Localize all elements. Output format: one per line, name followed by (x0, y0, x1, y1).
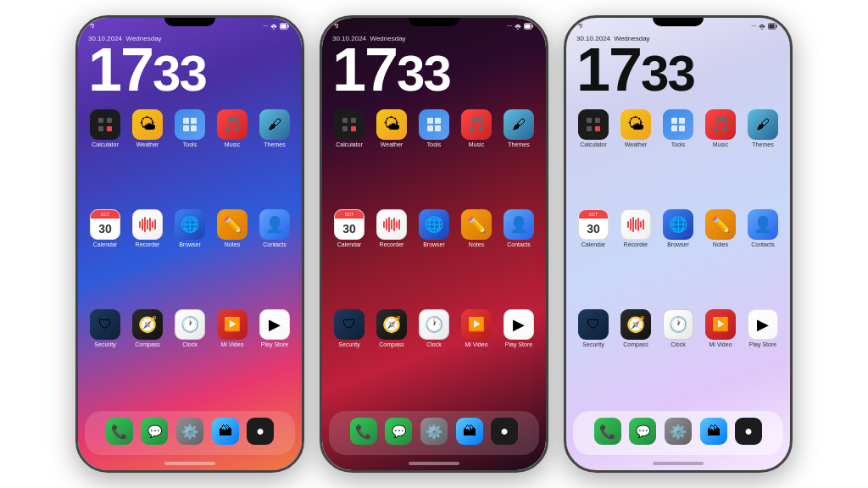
app-weather-3[interactable]: 🌤 Weather (617, 109, 654, 204)
app-recorder-3[interactable]: Recorder (617, 209, 654, 304)
app-tools-1[interactable]: Tools (171, 109, 209, 204)
app-themes-1[interactable]: 🖌 Themes (256, 109, 293, 204)
app-browser-2[interactable]: 🌐 Browser (415, 209, 453, 304)
dock-gallery-2[interactable]: 🏔 (456, 418, 483, 445)
dock-messages-1[interactable]: 💬 (141, 418, 168, 445)
phone2-dock: 📞 💬 ⚙️ 🏔 ● (329, 411, 539, 455)
phone1-right-status: ⋅⋅⋅ (263, 23, 290, 30)
app-themes-2[interactable]: 🖌 Themes (500, 109, 537, 204)
svg-rect-35 (679, 125, 685, 131)
svg-rect-17 (351, 118, 356, 123)
svg-rect-15 (525, 25, 530, 29)
app-mivideo-3[interactable]: ▶️ Mi Video (702, 309, 739, 404)
app-contacts-1[interactable]: 👤 Contacts (256, 209, 293, 304)
svg-rect-16 (342, 118, 348, 123)
phone3-notch (653, 18, 704, 26)
phone-1: ⅋ ⋅⋅⋅ 30.10.2024 Wednesday 1733 (75, 15, 304, 473)
svg-rect-32 (671, 118, 677, 124)
phone1-screen: ⅋ ⋅⋅⋅ 30.10.2024 Wednesday 1733 (78, 18, 302, 470)
app-playstore-1[interactable]: ▶ Play Store (256, 309, 293, 404)
svg-rect-31 (595, 126, 600, 131)
phone3-left-status: ⅋ (578, 23, 582, 30)
app-playstore-3[interactable]: ▶ Play Store (744, 309, 782, 404)
phone3-status-bar: ⅋ ⋅⋅⋅ (566, 18, 790, 31)
app-tools-3[interactable]: Tools (659, 109, 697, 204)
app-mivideo-2[interactable]: ▶️ Mi Video (458, 309, 495, 404)
app-mivideo-1[interactable]: ▶️ Mi Video (214, 309, 251, 404)
svg-rect-20 (427, 118, 433, 124)
dock-gallery-1[interactable]: 🏔 (212, 418, 239, 445)
dock-messages-3[interactable]: 💬 (629, 418, 656, 445)
phone3-time: 1733 (576, 42, 780, 97)
dock-camera-1[interactable]: ● (247, 418, 274, 445)
app-browser-3[interactable]: 🌐 Browser (659, 209, 697, 304)
phone-2: ⅋ ⋅⋅⋅ 30.10.2024 Wednesday 1733 Calculat… (320, 15, 548, 473)
svg-rect-30 (587, 126, 592, 131)
app-calculator-1[interactable]: Calculator (86, 109, 124, 204)
phones-container: ⅋ ⋅⋅⋅ 30.10.2024 Wednesday 1733 (0, 0, 868, 488)
dock-settings-2[interactable]: ⚙️ (420, 418, 448, 445)
app-browser-1[interactable]: 🌐 Browser (171, 209, 209, 304)
svg-rect-26 (776, 25, 777, 27)
svg-rect-10 (183, 125, 189, 131)
dock-phone-2[interactable]: 📞 (350, 418, 377, 445)
app-notes-3[interactable]: ✏️ Notes (702, 209, 739, 304)
svg-rect-6 (98, 126, 103, 131)
dock-settings-3[interactable]: ⚙️ (665, 418, 692, 445)
app-notes-2[interactable]: ✏️ Notes (458, 209, 495, 304)
dock-camera-3[interactable]: ● (735, 418, 762, 445)
app-music-1[interactable]: 🎵 Music (214, 109, 251, 204)
dock-camera-2[interactable]: ● (491, 418, 518, 445)
app-tools-2[interactable]: Tools (415, 109, 453, 204)
app-recorder-2[interactable]: Recorder (373, 209, 410, 304)
app-security-2[interactable]: 🛡 Security (331, 309, 368, 404)
app-calendar-2[interactable]: OCT 30 Calendar (331, 209, 368, 304)
phone1-home-indicator (164, 462, 215, 465)
app-themes-3[interactable]: 🖌 Themes (744, 109, 782, 204)
dock-phone-3[interactable]: 📞 (594, 418, 621, 445)
phone2-time: 1733 (332, 42, 536, 97)
phone2-left-status: ⅋ (334, 23, 338, 30)
svg-rect-29 (595, 118, 600, 123)
app-compass-1[interactable]: 🧭 Compass (129, 309, 166, 404)
phone3-screen: ⅋ ⋅⋅⋅ 30.10.2024 Wednesday 1733 Calculat… (566, 18, 790, 470)
app-calendar-1[interactable]: OCT 30 Calendar (86, 209, 124, 304)
app-contacts-2[interactable]: 👤 Contacts (500, 209, 537, 304)
svg-rect-18 (342, 126, 348, 131)
app-compass-3[interactable]: 🧭 Compass (617, 309, 654, 404)
svg-point-24 (761, 28, 763, 30)
app-recorder-1[interactable]: Recorder (129, 209, 166, 304)
svg-rect-4 (98, 118, 103, 123)
app-compass-2[interactable]: 🧭 Compass (373, 309, 410, 404)
app-clock-2[interactable]: 🕐 Clock (415, 309, 453, 404)
app-music-3[interactable]: 🎵 Music (702, 109, 739, 204)
app-calculator-3[interactable]: Calculator (575, 109, 612, 204)
app-music-2[interactable]: 🎵 Music (458, 109, 495, 204)
phone3-home-indicator (653, 462, 704, 465)
dock-messages-2[interactable]: 💬 (385, 418, 412, 445)
app-calculator-2[interactable]: Calculator (331, 109, 368, 204)
svg-rect-11 (191, 125, 197, 131)
phone3-apps: Calculator 🌤 Weather Tools 🎵 Music 🖌 The… (566, 103, 790, 411)
app-clock-3[interactable]: 🕐 Clock (659, 309, 697, 404)
dock-settings-1[interactable]: ⚙️ (176, 418, 203, 445)
app-contacts-3[interactable]: 👤 Contacts (744, 209, 782, 304)
app-clock-1[interactable]: 🕐 Clock (171, 309, 209, 404)
phone2-screen: ⅋ ⋅⋅⋅ 30.10.2024 Wednesday 1733 Calculat… (322, 18, 546, 470)
dock-gallery-3[interactable]: 🏔 (700, 418, 727, 445)
app-notes-1[interactable]: ✏️ Notes (214, 209, 251, 304)
app-security-3[interactable]: 🛡 Security (575, 309, 612, 404)
app-playstore-2[interactable]: ▶ Play Store (500, 309, 537, 404)
phone1-clock: 30.10.2024 Wednesday 1733 (78, 31, 302, 103)
svg-rect-21 (435, 118, 441, 124)
app-weather-1[interactable]: 🌤 Weather (129, 109, 166, 204)
app-security-1[interactable]: 🛡 Security (86, 309, 124, 404)
app-weather-2[interactable]: 🌤 Weather (373, 109, 410, 204)
app-calendar-3[interactable]: OCT 30 Calendar (575, 209, 612, 304)
phone1-date: 30.10.2024 Wednesday (88, 35, 292, 42)
phone-3: ⅋ ⋅⋅⋅ 30.10.2024 Wednesday 1733 Calculat… (564, 15, 793, 473)
phone1-status-bar: ⅋ ⋅⋅⋅ (78, 18, 302, 31)
svg-rect-33 (679, 118, 685, 124)
dock-phone-1[interactable]: 📞 (106, 418, 133, 445)
svg-rect-23 (435, 125, 441, 131)
